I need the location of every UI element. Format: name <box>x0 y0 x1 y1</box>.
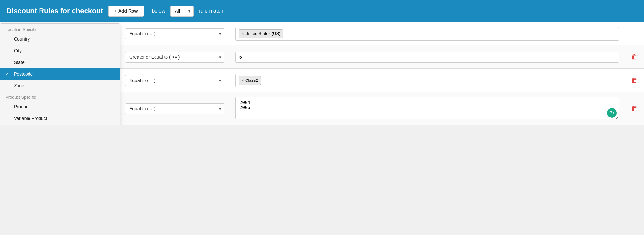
tag-label: United States (US) <box>245 31 280 36</box>
dropdown-item-country[interactable]: Country <box>0 33 120 45</box>
dropdown-item-label: State <box>14 60 25 65</box>
operator-select-wrapper: Equal to ( = )Not Equal to ( != )Greater… <box>125 52 224 63</box>
delete-row-button[interactable]: 🗑 <box>631 53 638 61</box>
dropdown-item-label: Country <box>14 36 30 42</box>
dropdown-item-zone[interactable]: Zone <box>0 80 120 92</box>
main-content: Country▾Equal to ( = )Not Equal to ( != … <box>0 22 644 125</box>
dropdown-item-label: City <box>14 48 22 53</box>
cell-actions: 🗑 <box>625 45 644 68</box>
operator-select[interactable]: Equal to ( = )Not Equal to ( != )Greater… <box>125 52 224 63</box>
cell-value <box>230 45 625 68</box>
cell-value: ×United States (US) <box>230 22 625 45</box>
operator-select-wrapper: Equal to ( = )Not Equal to ( != )Greater… <box>125 103 224 114</box>
all-select[interactable]: All Any <box>170 6 194 17</box>
dropdown-item-product[interactable]: Product <box>0 101 120 113</box>
operator-select[interactable]: Equal to ( = )Not Equal to ( != )Greater… <box>125 75 224 86</box>
dropdown-item-city[interactable]: City <box>0 45 120 56</box>
dropdown-section-location: Location Specific <box>0 24 120 33</box>
cell-operator: Equal to ( = )Not Equal to ( != )Greater… <box>120 22 230 45</box>
cell-value: ↻ <box>230 92 625 125</box>
dropdown-item-label: Zone <box>14 83 24 88</box>
dropdown-section-product: Product Specific <box>0 92 120 101</box>
dropdown-item-postcode[interactable]: ✓Postcode <box>0 68 120 80</box>
operator-select-wrapper: Equal to ( = )Not Equal to ( != )Greater… <box>125 28 224 39</box>
delete-row-button[interactable]: 🗑 <box>631 77 638 84</box>
dropdown-item-category[interactable]: Category <box>0 124 120 125</box>
below-label: below <box>152 8 165 14</box>
value-input[interactable] <box>235 52 619 63</box>
delete-row-button[interactable]: 🗑 <box>631 105 638 112</box>
textarea-wrapper: ↻ <box>235 97 619 120</box>
operator-select[interactable]: Equal to ( = )Not Equal to ( != )Greater… <box>125 28 224 39</box>
all-select-wrapper: All Any <box>170 6 194 17</box>
operator-select-wrapper: Equal to ( = )Not Equal to ( != )Greater… <box>125 75 224 86</box>
tag-container[interactable]: ×United States (US) <box>235 27 619 41</box>
dropdown-item-label: Postcode <box>14 71 33 77</box>
trash-icon: 🗑 <box>631 105 638 112</box>
cell-actions <box>625 22 644 45</box>
cell-operator: Equal to ( = )Not Equal to ( != )Greater… <box>120 45 230 68</box>
value-textarea[interactable] <box>235 97 619 119</box>
app-header: Discount Rules for checkout + Add Row be… <box>0 0 644 22</box>
check-icon: ✓ <box>6 71 11 77</box>
tag-remove-icon[interactable]: × <box>242 31 244 36</box>
dropdown-item-label: Product <box>14 104 29 109</box>
cell-value: ×Class2 <box>230 69 625 92</box>
cell-actions: 🗑 <box>625 69 644 92</box>
tag-container[interactable]: ×Class2 <box>235 74 619 87</box>
page-title: Discount Rules for checkout <box>6 7 103 15</box>
cell-actions: 🗑 <box>625 92 644 125</box>
cell-operator: Equal to ( = )Not Equal to ( != )Greater… <box>120 69 230 92</box>
cell-operator: Equal to ( = )Not Equal to ( != )Greater… <box>120 92 230 125</box>
operator-select[interactable]: Equal to ( = )Not Equal to ( != )Greater… <box>125 103 224 114</box>
refresh-button[interactable]: ↻ <box>607 108 617 118</box>
value-tag: ×Class2 <box>239 76 261 85</box>
tag-label: Class2 <box>245 78 258 83</box>
dropdown-item-state[interactable]: State <box>0 56 120 68</box>
tag-remove-icon[interactable]: × <box>242 78 244 83</box>
dropdown-item-label: Variable Product <box>14 116 47 121</box>
trash-icon: 🗑 <box>631 53 638 61</box>
condition-type-dropdown[interactable]: Location SpecificCountryCityState✓Postco… <box>0 23 120 125</box>
value-tag: ×United States (US) <box>239 29 283 38</box>
trash-icon: 🗑 <box>631 77 638 84</box>
rule-match-label: rule match <box>199 8 223 14</box>
dropdown-item-variable-product[interactable]: Variable Product <box>0 113 120 124</box>
add-row-button[interactable]: + Add Row <box>108 6 144 17</box>
refresh-icon: ↻ <box>610 110 614 116</box>
